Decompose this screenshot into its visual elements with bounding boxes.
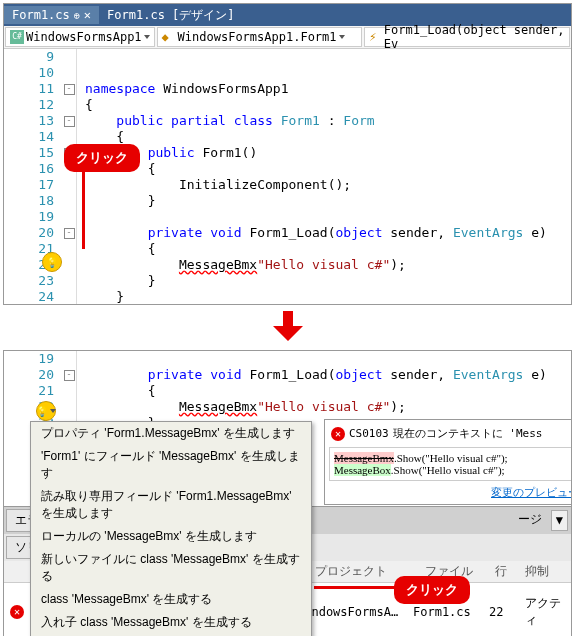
tab-form1-design[interactable]: Form1.cs [デザイン] [99,5,242,26]
menu-gen-class[interactable]: class 'MessageBmx' を生成する [31,588,311,611]
menu-gen-readonly-field[interactable]: 読み取り専用フィールド 'Form1.MessageBmx' を生成します [31,485,311,525]
error-project: WindowsFormsA… [297,605,407,619]
lightbulb-icon[interactable]: 💡 [36,401,56,421]
fold-box-icon[interactable]: - [64,228,75,239]
fold-box-icon[interactable]: - [64,116,75,127]
diff-added: MessageBox [334,464,391,476]
code-editor[interactable]: 91011121314151617181920212223242526 ----… [4,49,571,305]
close-icon[interactable]: ✕ [84,8,91,22]
lightbulb-icon[interactable]: 💡 [42,252,62,272]
tab-form1cs[interactable]: Form1.cs ⊕ ✕ [4,6,99,24]
pin-icon[interactable]: ⊕ [74,10,80,21]
bc-method[interactable]: ⚡Form1_Load(object sender, Ev [364,27,570,47]
code-area[interactable]: namespace WindowsFormsApp1 { public part… [77,49,571,305]
diff-removed: MessageBmx [334,452,394,464]
quickfix-menu: プロパティ 'Form1.MessageBmx' を生成します 'Form1' … [30,421,312,636]
menu-gen-field[interactable]: 'Form1' にフィールド 'MessageBmx' を生成します [31,445,311,485]
class-icon: ◆ [162,30,176,44]
filter-button[interactable]: ▼ [551,510,568,531]
error-suppress: アクティ [525,595,565,629]
arrow-down-icon [0,311,575,344]
lightning-icon: ⚡ [369,30,382,44]
menu-gen-nested-class[interactable]: 入れ子 class 'MessageBmx' を生成する [31,611,311,634]
pager-text: ージ [512,509,548,532]
tab-label: Form1.cs [デザイン] [107,7,234,24]
change-preview: ✕CS0103 現在のコンテキストに 'Mess MessageBmx.Show… [324,419,572,505]
callout-connector [314,586,394,589]
bc-project[interactable]: C#WindowsFormsApp1 [5,27,155,47]
fold-box-icon[interactable]: - [64,84,75,95]
tab-label: Form1.cs [12,8,70,22]
col-line[interactable]: 行 [495,563,525,580]
click-callout: クリック [64,144,140,172]
menu-gen-property[interactable]: プロパティ 'Form1.MessageBmx' を生成します [31,422,311,445]
menu-gen-local[interactable]: ローカルの 'MessageBmx' を生成します [31,525,311,548]
error-code: CS0103 [349,427,389,440]
error-icon: ✕ [331,427,345,441]
chevron-down-icon [339,35,345,39]
chevron-down-icon [50,409,56,413]
error-file: Form1.cs [413,605,483,619]
breadcrumb: C#WindowsFormsApp1 ◆WindowsFormsApp1.For… [4,26,571,49]
callout-connector [82,169,85,249]
fold-gutter: ---- [62,49,77,305]
error-icon: ✕ [10,605,24,619]
fold-box-icon[interactable]: - [64,370,75,381]
error-text: 現在のコンテキストに 'Mess [393,426,543,441]
chevron-down-icon [144,35,150,39]
preview-changes-link[interactable]: 変更のプレビュー [491,486,572,499]
bc-class[interactable]: ◆WindowsFormsApp1.Form1 [157,27,363,47]
error-line: 22 [489,605,519,619]
csharp-icon: C# [10,30,24,44]
menu-gen-class-newfile[interactable]: 新しいファイルに class 'MessageBmx' を生成する [31,548,311,588]
click-callout: クリック [394,576,470,604]
col-suppress[interactable]: 抑制 [525,563,565,580]
